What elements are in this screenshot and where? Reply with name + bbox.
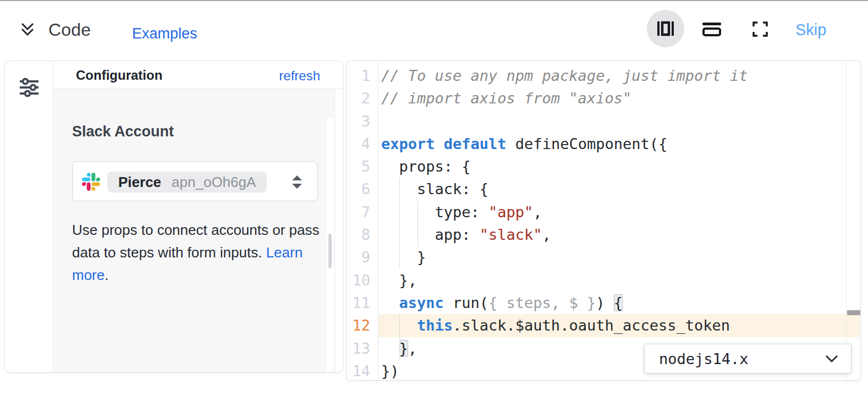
code-editor: 1234567891011121314 // To use any npm pa… [347,61,861,381]
account-name: Pierce [118,174,161,191]
code-line[interactable]: // To use any npm package, just import i… [378,64,860,87]
line-number: 1 [347,64,370,87]
code-token [381,294,399,311]
code-token: async [399,294,444,311]
line-number: 13 [347,337,370,360]
indent-guide [417,201,418,246]
editor-scroll-track [846,61,847,380]
account-token: apn_oOh6gA [172,174,256,191]
slack-account-select[interactable]: Pierce apn_oOh6gA [72,161,318,201]
selected-account: Pierce apn_oOh6gA [107,172,267,193]
code-token: , [408,340,417,357]
code-token: type: [381,204,488,221]
header-bar: Code Examples Skip [0,1,868,53]
code-token: run( [444,294,488,311]
code-line[interactable]: type: "app", [378,201,860,223]
code-line[interactable]: }, [378,269,860,292]
code-token: .slack.$auth.oauth_access_token [453,317,730,334]
code-line[interactable]: slack: { [378,178,860,200]
configuration-header: Configuration refresh [54,61,343,89]
code-token: this [417,317,453,334]
configuration-panel: Configuration refresh Slack Account Pier… [4,61,343,373]
split-vertical-layout-icon [655,19,676,38]
line-number: 3 [347,110,370,133]
code-token: // To use any npm package, just import i… [381,67,748,84]
code-line[interactable]: this.slack.$auth.oauth_access_token [378,314,860,337]
examples-link[interactable]: Examples [132,25,197,42]
line-number: 14 [347,360,370,381]
code-token: } [399,340,408,357]
code-token: slack: { [381,180,488,197]
code-token: { [614,294,623,311]
configuration-scrollbar-thumb[interactable] [328,234,332,268]
code-token: , [533,204,542,221]
line-number: 5 [347,155,370,178]
configuration-scroll-track [327,117,334,372]
runtime-select[interactable]: nodejs14.x [644,344,851,373]
line-number: 6 [347,178,370,200]
code-token: } [381,249,426,266]
code-token: , [542,226,551,243]
code-token: "slack" [480,226,542,243]
code-line[interactable] [378,110,860,133]
chevron-down-icon [825,354,839,364]
split-horizontal-layout-button[interactable] [701,19,723,39]
code-token: default [444,135,507,152]
code-token: props: { [381,158,471,175]
split-vertical-layout-button[interactable] [647,10,684,47]
code-line[interactable]: async run({ steps, $ }) { [378,292,860,314]
line-number: 2 [347,87,370,109]
configuration-sliders-button[interactable] [17,75,41,100]
code-token [381,340,399,357]
help-suffix: . [105,267,108,283]
configuration-title: Configuration [76,68,162,83]
code-token: // import axios from "axios" [381,90,631,107]
chevron-double-down-icon [18,20,37,40]
line-number: 4 [347,133,370,155]
configuration-rail [5,61,53,372]
line-numbers: 1234567891011121314 [347,64,378,381]
code-line[interactable]: // import axios from "axios" [378,87,860,109]
code-token: app: [381,226,480,243]
line-number: 12 [347,314,370,337]
code-line[interactable]: export default defineComponent({ [378,133,860,155]
select-updown-icon [291,175,303,189]
code-token [435,135,444,152]
line-number: 9 [347,246,370,268]
indent-guide [399,314,400,360]
line-number: 8 [347,223,370,246]
indent-guide [399,178,400,269]
configuration-body: Slack Account Pierce apn_oOh6gA Use prop [54,89,335,372]
runtime-label: nodejs14.x [659,350,825,367]
sliders-icon [17,75,41,100]
code-line[interactable]: props: { [378,155,860,178]
skip-link[interactable]: Skip [795,21,826,39]
line-number: 10 [347,269,370,292]
slack-icon [82,173,100,191]
code-token: }) [381,362,399,380]
editor-scrollbar-thumb[interactable] [847,310,860,315]
collapse-step-button[interactable] [18,20,37,40]
fullscreen-button[interactable] [749,19,771,39]
code-token: "app" [488,204,533,221]
page: Code Examples Skip [0,0,868,396]
line-number: 7 [347,201,370,223]
code-line[interactable]: } [378,246,860,268]
line-number: 11 [347,292,370,314]
props-help-text: Use props to connect accounts or pass da… [72,219,333,287]
code-token: export [381,135,435,152]
code-token: ) [596,294,614,311]
code-token: defineComponent({ [507,135,668,152]
fullscreen-icon [751,20,769,38]
code-token: }, [381,272,417,289]
slack-account-heading: Slack Account [72,123,174,140]
step-title: Code [48,20,91,40]
refresh-link[interactable]: refresh [279,68,320,84]
split-horizontal-layout-icon [701,19,723,39]
code-lines: // To use any npm package, just import i… [378,64,860,381]
code-line[interactable]: app: "slack", [378,223,860,246]
code-token: { steps, $ } [488,294,596,311]
